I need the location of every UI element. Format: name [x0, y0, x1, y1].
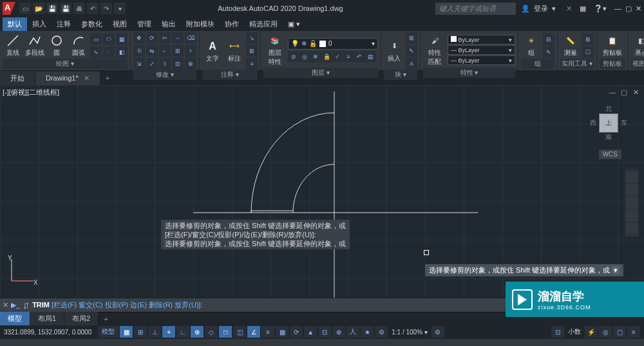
lineweight-combo[interactable]: — ByLayer▾ — [448, 45, 515, 55]
stretch-icon[interactable]: ⇲ — [133, 58, 145, 70]
color-combo[interactable]: ByLayer▾ — [448, 35, 515, 44]
copy-icon[interactable]: ⎘ — [133, 45, 145, 57]
panel-base-title[interactable]: 视图 ▾ — [631, 59, 644, 69]
extend-icon[interactable]: ↔ — [172, 32, 184, 44]
search-input[interactable]: 键入关键字或短语 — [435, 3, 516, 15]
explode-icon[interactable]: ✧ — [185, 45, 196, 57]
panel-util-title[interactable]: 实用工具 ▾ — [560, 59, 594, 69]
cmd-close-icon[interactable]: ✕ — [3, 301, 8, 309]
measure-button[interactable]: 📏 测量 — [560, 32, 581, 59]
units-label[interactable]: 小数 — [565, 327, 583, 336]
layer-lock2-icon[interactable]: 🔒 — [321, 51, 332, 62]
nav-orbit-icon[interactable] — [626, 210, 638, 222]
rect-icon[interactable]: ▭ — [90, 34, 102, 45]
status-cycle-icon[interactable]: ⟳ — [290, 326, 303, 338]
trim-icon[interactable]: ✂ — [159, 32, 171, 44]
scale-label[interactable]: 1:1 / 100% ▾ — [389, 329, 430, 336]
drawing-canvas[interactable]: [-][俯视][二维线框] 选择要修剪的对象，或按住 Shift 键选择要延伸的… — [0, 85, 644, 298]
panel-clip-title[interactable]: 剪贴板 — [600, 59, 625, 69]
status-grid-icon[interactable]: ▦ — [120, 326, 133, 338]
linetype-combo[interactable]: — ByLayer▾ — [448, 55, 515, 65]
nav-wheel-icon[interactable] — [626, 171, 638, 183]
mirror-icon[interactable]: ⇋ — [146, 45, 158, 57]
attr-icon[interactable]: A — [406, 58, 417, 70]
qat-dropdown-icon[interactable]: ▾ — [114, 3, 126, 14]
help-icon[interactable]: ❔▾ — [594, 5, 607, 13]
vp-minimize-icon[interactable]: — — [608, 88, 617, 97]
status-osnap-icon[interactable]: □ — [219, 326, 232, 338]
edit-block-icon[interactable]: ✎ — [406, 45, 417, 57]
tab-start[interactable]: 开始 — [0, 71, 35, 86]
tab-view[interactable]: 视图 — [108, 17, 132, 31]
qat-undo-icon[interactable]: ↶ — [87, 3, 99, 14]
nav-showmotion-icon[interactable] — [626, 223, 638, 235]
vp-maximize-icon[interactable]: ▢ — [620, 88, 629, 97]
status-qprop-icon[interactable]: ⊡ — [318, 326, 331, 338]
group-edit-icon[interactable]: ✎ — [543, 46, 554, 58]
tab-output[interactable]: 输出 — [156, 17, 181, 31]
close-icon[interactable]: ✕ — [636, 5, 641, 13]
layout-tab-1[interactable]: 布局1 — [30, 312, 64, 325]
maximize-icon[interactable]: ▢ — [625, 5, 632, 13]
cmd-recent-icon[interactable]: ⮃ — [23, 302, 30, 309]
tab-manage[interactable]: 管理 — [132, 17, 156, 31]
basepoint-button[interactable]: ◧ 基点 — [631, 32, 644, 59]
point-icon[interactable]: · — [103, 46, 115, 58]
status-ws-icon[interactable]: ⚙ — [431, 326, 444, 338]
login-area[interactable]: 👤 登录 ▾ ✕ ▦ ❔▾ — [521, 4, 607, 14]
qat-redo-icon[interactable]: ↷ — [100, 3, 112, 14]
spline-icon[interactable]: ∿ — [90, 46, 102, 58]
dimension-button[interactable]: ⟷ 标注 — [224, 38, 245, 64]
status-ucs-icon[interactable]: ⊕ — [332, 326, 345, 338]
ucs-icon[interactable]: Y X — [6, 254, 39, 286]
layout-tab-2[interactable]: 布局2 — [64, 312, 99, 325]
qat-open-icon[interactable]: 📂 — [33, 3, 44, 14]
tab-collab[interactable]: 协作 — [220, 17, 244, 31]
app-store-icon[interactable]: ▦ — [580, 5, 586, 13]
status-clean-icon[interactable]: ▢ — [613, 326, 626, 338]
layout-tab-model[interactable]: 模型 — [0, 312, 30, 325]
circle-button[interactable]: 圆 — [46, 32, 67, 59]
array-icon[interactable]: ⊞ — [172, 45, 184, 57]
login-dropdown-icon[interactable]: ▾ — [552, 5, 556, 13]
join-icon[interactable]: ⊕ — [185, 58, 196, 70]
qat-new-icon[interactable]: ▭ — [19, 3, 31, 14]
select-icon[interactable]: ☐ — [582, 46, 594, 58]
status-custom-icon[interactable]: ≡ — [627, 326, 640, 338]
status-infer-icon[interactable]: ⊥ — [148, 326, 161, 338]
tab-add-icon[interactable]: + — [100, 72, 115, 84]
status-isolate-icon[interactable]: ◎ — [599, 326, 612, 338]
exchange-icon[interactable]: ✕ — [566, 5, 572, 13]
status-hwaccel-icon[interactable]: ⚡ — [585, 326, 598, 338]
tab-parametric[interactable]: 参数化 — [76, 17, 108, 31]
status-autoscale-icon[interactable]: ⚙ — [375, 326, 388, 338]
status-dyn-icon[interactable]: + — [162, 326, 175, 338]
panel-draw-title[interactable]: 绘图 ▾ — [3, 59, 128, 69]
tab-expand-icon[interactable]: ▣ ▾ — [283, 18, 305, 30]
leader-icon[interactable]: ↘ — [246, 32, 258, 44]
move-icon[interactable]: ✥ — [133, 32, 145, 44]
tab-default[interactable]: 默认 — [3, 17, 27, 31]
layer-off-icon[interactable]: ⊘ — [288, 51, 299, 62]
clipboard-button[interactable]: 📋 剪贴板 — [600, 32, 625, 59]
tab-drawing1[interactable]: Drawing1*✕ — [35, 72, 100, 85]
tab-close-icon[interactable]: ✕ — [84, 74, 90, 82]
ellipse-icon[interactable]: ⬭ — [103, 34, 115, 45]
status-monitor-icon[interactable]: ⊡ — [551, 326, 564, 338]
layout-add-icon[interactable]: + — [99, 312, 113, 325]
table-icon[interactable]: ⊞ — [246, 45, 258, 57]
vp-close-icon[interactable]: ✕ — [631, 88, 640, 97]
layer-prev-icon[interactable]: ↶ — [354, 51, 365, 62]
create-block-icon[interactable]: ⊞ — [406, 32, 417, 44]
status-annomon-icon[interactable]: ▲ — [304, 326, 317, 338]
layer-dropdown-icon[interactable]: ▾ — [372, 40, 375, 47]
nav-pan-icon[interactable] — [626, 184, 638, 196]
text-button[interactable]: A 文字 — [202, 38, 223, 64]
scale-icon[interactable]: ⤢ — [146, 58, 158, 70]
layer-props-button[interactable]: 📚 图层 特性 — [263, 32, 287, 68]
status-otrack-icon[interactable]: ∠ — [247, 326, 260, 338]
tab-annotate[interactable]: 注释 — [52, 17, 76, 31]
break-icon[interactable]: ⊟ — [172, 58, 184, 70]
mtext-icon[interactable]: ≡ — [246, 58, 258, 70]
status-annoscale-icon[interactable]: 人 — [346, 326, 359, 338]
